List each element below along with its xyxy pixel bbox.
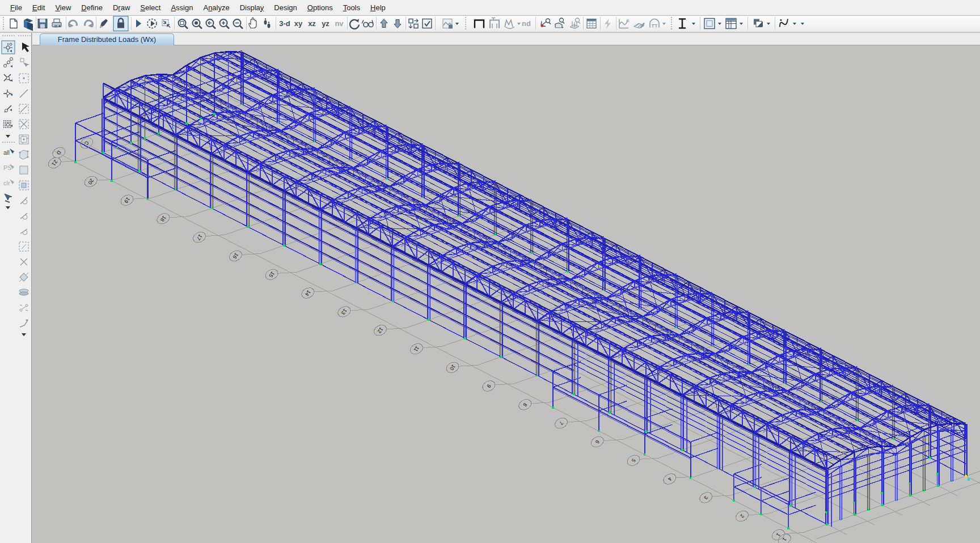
svg-text:5: 5 — [631, 457, 637, 463]
svg-text:10: 10 — [449, 363, 457, 371]
svg-text:16: 16 — [231, 252, 239, 260]
svg-text:1: 1 — [782, 537, 788, 542]
svg-text:3-d: 3-d — [279, 19, 290, 28]
svg-text:yz: yz — [322, 19, 330, 28]
svg-text:13: 13 — [340, 308, 348, 316]
svg-text:19: 19 — [123, 196, 131, 204]
svg-text:D: D — [55, 150, 62, 156]
svg-text:12: 12 — [377, 326, 385, 334]
svg-text:14: 14 — [304, 289, 312, 297]
svg-text:20: 20 — [87, 177, 95, 185]
svg-text:15: 15 — [268, 270, 276, 278]
svg-text:1: 1 — [775, 532, 782, 538]
svg-text:6: 6 — [594, 439, 601, 445]
svg-text:11: 11 — [413, 345, 421, 353]
svg-text:all: all — [3, 149, 10, 156]
svg-text:7: 7 — [558, 421, 564, 426]
svg-text:9: 9 — [485, 383, 492, 389]
svg-text:2: 2 — [739, 514, 745, 519]
svg-text:3: 3 — [703, 495, 709, 500]
svg-text:18: 18 — [159, 215, 167, 223]
svg-text:21: 21 — [50, 159, 58, 167]
svg-text:xz: xz — [308, 19, 316, 28]
svg-text:nv: nv — [335, 19, 344, 28]
svg-text:17: 17 — [196, 234, 204, 241]
svg-text:8: 8 — [522, 402, 528, 408]
svg-text:nd: nd — [522, 19, 531, 28]
svg-text:PS: PS — [3, 164, 12, 171]
svg-text:clr: clr — [3, 180, 10, 186]
svg-text:G: G — [626, 19, 629, 23]
svg-text:xy: xy — [294, 19, 303, 28]
svg-text:4: 4 — [666, 476, 673, 482]
